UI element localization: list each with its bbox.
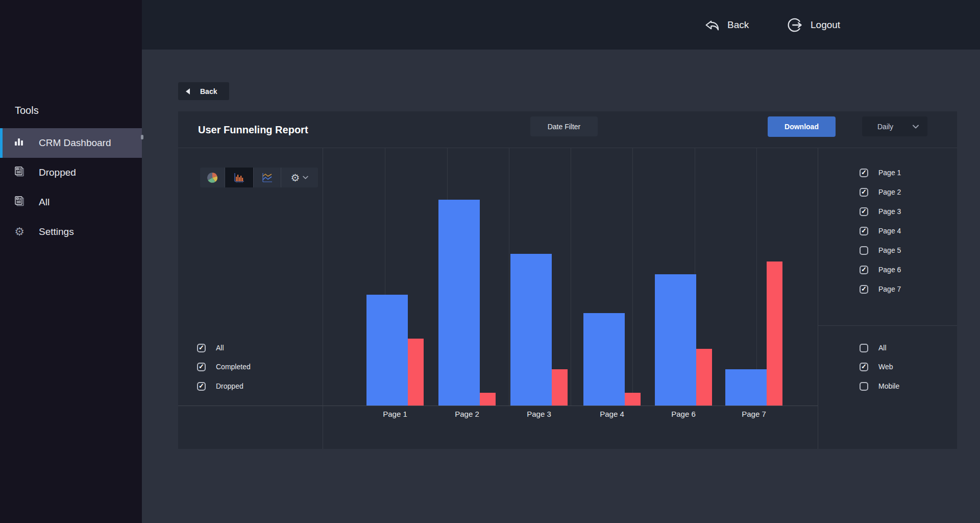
checkbox[interactable] [860, 344, 868, 352]
series-filter-all: All [197, 342, 224, 354]
gridline [509, 148, 509, 406]
sidebar-item-label: CRM Dashboard [39, 137, 111, 149]
series-filter-completed: Completed [197, 361, 251, 373]
checkbox[interactable] [860, 227, 868, 235]
checkbox-label: Completed [216, 363, 251, 371]
report-card-header: User Funneling Report Date Filter Downlo… [178, 111, 957, 148]
checkbox-label: Page 5 [878, 246, 901, 254]
checkbox[interactable] [860, 207, 868, 216]
checkbox-label: Mobile [878, 382, 899, 390]
page-filter-row: Page 6 [860, 264, 901, 276]
page-back-button[interactable]: Back [178, 82, 229, 100]
gridline [632, 148, 633, 406]
sidebar-scrollbar-thumb[interactable] [141, 135, 143, 139]
checkbox[interactable] [860, 285, 868, 294]
gridline [571, 148, 571, 406]
series-filter-dropped: Dropped [197, 380, 243, 392]
download-button[interactable]: Download [768, 116, 836, 137]
report-title: User Funneling Report [198, 111, 308, 148]
x-axis-label: Page 7 [731, 410, 777, 418]
checkbox[interactable] [860, 246, 868, 255]
pie-chart-button[interactable] [200, 168, 225, 187]
checkbox-label: Page 7 [878, 285, 901, 293]
checkbox[interactable] [197, 382, 206, 391]
pages-filter-panel: Page 1 Page 2 Page 3 Page 4 Page 5 Page … [818, 148, 957, 449]
sidebar-item-settings[interactable]: ⚙ Settings [0, 217, 142, 247]
bar-dropped-page-7[interactable] [767, 262, 782, 406]
period-selected-value: Daily [877, 123, 893, 131]
sidebar: Tools CRM Dashboard [0, 0, 142, 523]
bar-completed-page-2[interactable] [438, 200, 480, 406]
platform-filter-row: Web [860, 361, 893, 373]
checkbox-label: Page 1 [878, 169, 901, 177]
gear-icon: ⚙ [13, 226, 26, 237]
checkbox-label: Dropped [216, 382, 243, 390]
bar-dropped-page-6[interactable] [696, 349, 712, 406]
x-axis-label: Page 1 [372, 410, 418, 418]
checkbox[interactable] [197, 363, 206, 371]
plot-area: Page 1Page 2Page 3Page 4Page 6Page 7 [323, 148, 818, 449]
x-axis-label: Page 6 [660, 410, 706, 418]
bar-dropped-page-4[interactable] [625, 393, 641, 406]
bar-completed-page-1[interactable] [366, 295, 408, 406]
page-filter-row: Page 5 [860, 244, 901, 256]
checkbox[interactable] [860, 382, 868, 391]
date-filter-button[interactable]: Date Filter [530, 116, 598, 136]
bar-dropped-page-2[interactable] [480, 393, 496, 406]
sidebar-item-label: Settings [39, 226, 74, 237]
topbar-logout-button[interactable]: Logout [787, 0, 840, 50]
pie-chart-icon [207, 172, 218, 183]
bar-chart-icon [233, 172, 246, 183]
bar-chart-icon [13, 137, 26, 149]
panel-divider [818, 325, 957, 326]
checkbox-label: Page 4 [878, 227, 901, 235]
page-filter-row: Page 1 [860, 167, 901, 179]
topbar-back-label: Back [727, 19, 749, 31]
sidebar-item-dropped[interactable]: Dropped [0, 158, 142, 187]
page-filter-row: Page 2 [860, 186, 901, 198]
report-icon [13, 166, 26, 179]
page-back-label: Back [200, 87, 217, 96]
checkbox[interactable] [860, 169, 868, 177]
chart-type-toolbar: ⚙ [200, 168, 318, 187]
checkbox[interactable] [860, 363, 868, 371]
checkbox[interactable] [860, 188, 868, 197]
bar-completed-page-3[interactable] [510, 254, 552, 406]
chart-settings-button[interactable]: ⚙ [281, 168, 318, 187]
platform-filter-row: Mobile [860, 380, 899, 392]
bar-completed-page-6[interactable] [655, 274, 696, 406]
logout-icon [787, 16, 804, 34]
page-filter-row: Page 7 [860, 283, 901, 295]
sidebar-item-crm-dashboard[interactable]: CRM Dashboard [0, 128, 142, 158]
top-bar: Back Logout [142, 0, 980, 50]
left-triangle-icon [186, 88, 190, 94]
sidebar-section-title: Tools [15, 105, 39, 116]
sidebar-nav: CRM Dashboard Dropped [0, 128, 142, 247]
sidebar-item-label: All [39, 197, 50, 208]
chevron-down-icon [913, 125, 919, 129]
bar-completed-page-4[interactable] [583, 313, 625, 406]
topbar-back-button[interactable]: Back [703, 0, 749, 50]
period-select[interactable]: Daily [862, 116, 927, 136]
report-card: User Funneling Report Date Filter Downlo… [178, 111, 957, 449]
bar-dropped-page-3[interactable] [552, 369, 568, 406]
bar-dropped-page-1[interactable] [408, 339, 424, 406]
line-chart-button[interactable] [254, 168, 281, 187]
chevron-down-icon [303, 176, 308, 179]
reply-arrow-icon [703, 17, 721, 33]
x-axis-label: Page 2 [444, 410, 490, 418]
report-icon [13, 196, 26, 209]
x-axis-label: Page 3 [516, 410, 562, 418]
bar-completed-page-7[interactable] [725, 369, 767, 406]
bar-chart-button[interactable] [225, 168, 254, 187]
checkbox[interactable] [197, 344, 206, 352]
checkbox-label: Page 6 [878, 266, 901, 274]
page-filter-row: Page 4 [860, 225, 901, 237]
checkbox[interactable] [860, 266, 868, 274]
checkbox-label: All [878, 344, 887, 352]
sidebar-item-all[interactable]: All [0, 187, 142, 217]
x-axis-label: Page 4 [589, 410, 635, 418]
page-filter-row: Page 3 [860, 205, 901, 218]
checkbox-label: Page 3 [878, 207, 901, 216]
topbar-logout-label: Logout [811, 19, 840, 31]
